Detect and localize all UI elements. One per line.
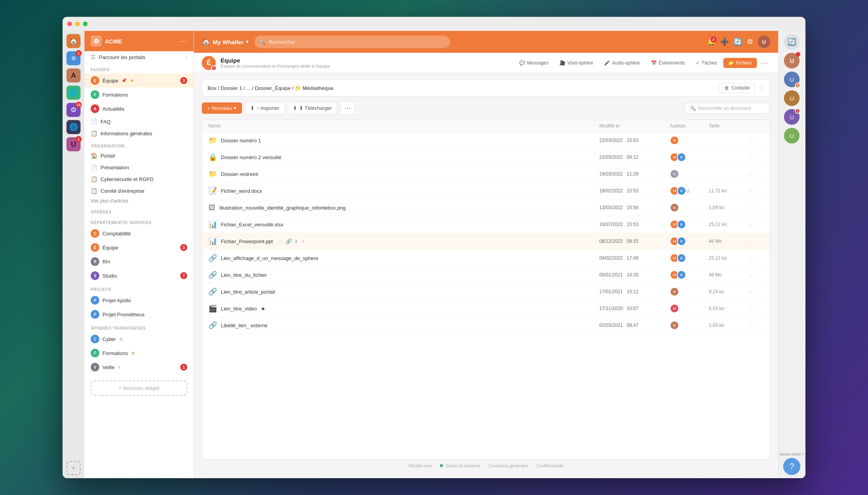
refresh-icon[interactable]: 🔄 — [733, 38, 742, 46]
nav-icon-5[interactable]: 🌐 — [66, 120, 81, 134]
table-row[interactable]: 📝 Fichier_word.docx 18/02/2022 15:53 U U… — [202, 183, 770, 199]
sidebar-item-veille[interactable]: V Veille # 1 — [84, 360, 194, 374]
sidebar-item-studio[interactable]: S Studio 7 — [84, 269, 194, 283]
portail-icon: 🏠 — [91, 152, 97, 159]
footer-whaller[interactable]: Whaller.com — [409, 463, 432, 468]
sidebar-item-equipe-dept[interactable]: É Équipe 3 — [84, 240, 194, 255]
sidebar-item-formations[interactable]: F Formations — [84, 88, 194, 102]
panel-refresh-icon[interactable]: 🔄 — [784, 34, 800, 50]
nav-icon-6[interactable]: U 1 — [66, 137, 81, 151]
doc-search-bar[interactable]: 🔍 Rechercher un document — [684, 103, 770, 114]
panel-avatar-4[interactable]: U 2 — [784, 109, 800, 125]
more-tabs-button[interactable]: ⋯ — [759, 59, 770, 67]
sidebar-item-faq[interactable]: 📄 FAQ — [84, 116, 194, 127]
sidebar-item-prometheus[interactable]: P Projet Prométheus — [84, 307, 194, 321]
table-row[interactable]: 📊 Fichier_Powerpoint.ppt ☆ 🔗 ⬇ ↗ 08/12/2… — [202, 233, 770, 250]
sidebar-menu-button[interactable]: ⋯ — [180, 37, 187, 45]
import-button[interactable]: ⬆ ↑ Importer — [245, 102, 285, 114]
table-row[interactable]: 🔗 Libellé_lien_ externe 02/03/2021 09:47… — [202, 317, 770, 334]
row-more-button[interactable]: ⋯ — [748, 288, 764, 296]
sidebar-item-cyber[interactable]: C Cyber ⊕ — [84, 332, 194, 346]
link-action-icon[interactable]: 🔗 — [285, 239, 292, 244]
row-more-button[interactable]: ⋯ — [748, 271, 764, 279]
more-options-button[interactable]: ⋯ — [340, 101, 355, 115]
row-more-button[interactable]: ⋯ — [748, 305, 764, 312]
panel-avatar-5[interactable]: U — [784, 128, 800, 143]
nav-icon-4[interactable]: ⚙ 14 — [66, 103, 81, 117]
table-row[interactable]: 📊 Fichier_Excel_verouillé.xlsx 10/07/202… — [202, 216, 770, 233]
table-row[interactable]: 📁 Dossier numéro 1 22/03/2022 15:53 U ⋯ — [202, 132, 770, 149]
browse-portals[interactable]: ☰ Parcourir les portails › — [84, 51, 194, 63]
sidebar-item-apollo[interactable]: P Projet Apollo — [84, 293, 194, 307]
tab-evenements[interactable]: 📅 Événements — [646, 58, 690, 68]
new-button[interactable]: + Nouveau ▾ — [202, 102, 242, 114]
user-avatar[interactable]: U — [758, 36, 770, 48]
trash-button[interactable]: 🗑 Corbeille — [719, 83, 755, 93]
settings-icon[interactable]: ⚙ — [747, 38, 753, 46]
bookmark-button[interactable]: ☆ — [758, 84, 764, 92]
add-icon[interactable]: ➕ — [720, 38, 729, 46]
see-more-link[interactable]: Voir plus d'articles — [84, 197, 194, 205]
tab-fichiers[interactable]: 📁 Fichiers — [723, 58, 757, 68]
apollo-avatar: P — [91, 296, 99, 305]
row-more-button[interactable]: ⋯ — [748, 322, 764, 329]
footer-conditions[interactable]: Conditions générales — [488, 463, 528, 468]
row-more-button[interactable]: ⋯ — [748, 204, 764, 212]
row-more-button[interactable]: ⋯ — [748, 187, 764, 195]
sidebar-item-portail[interactable]: 🏠 Portail — [84, 150, 194, 161]
table-row[interactable]: 🔗 Lien_titre_du_fichier 05/01/2021 14:26… — [202, 267, 770, 283]
row-more-button[interactable]: ⋯ — [748, 238, 764, 245]
sidebar-item-comptabilite[interactable]: C Comptabilité — [84, 226, 194, 240]
row-more-button[interactable]: ⋯ — [748, 170, 764, 178]
tab-messages[interactable]: 💬 Messages — [515, 58, 553, 68]
minimize-button[interactable] — [75, 22, 80, 26]
sidebar-header: ⚙ ACME ⋯ — [84, 31, 194, 51]
search-bar[interactable]: 🔍 Rechercher — [255, 36, 450, 48]
footer-confidentialite[interactable]: Confidentialité — [536, 463, 564, 468]
footer-status[interactable]: Statut du système — [440, 463, 480, 468]
new-widget-button[interactable]: + Nouveau widget — [91, 380, 187, 396]
file-date: 22/03/2022 15:53 — [599, 138, 670, 143]
maximize-button[interactable] — [83, 22, 88, 26]
breadcrumb-bar: Box / Dossier 1 / ... / Dossier_Équipe /… — [202, 79, 770, 97]
notification-icon[interactable]: 🔔 2 — [707, 38, 716, 46]
row-more-button[interactable]: ⋯ — [748, 137, 764, 144]
help-button[interactable]: ? — [783, 458, 800, 475]
sidebar-item-rh[interactable]: R RH — [84, 255, 194, 269]
nav-icon-3[interactable]: 🌐 — [66, 86, 81, 100]
add-workspace-button[interactable]: + — [66, 461, 81, 475]
folder-icon: 📁 — [208, 136, 217, 145]
sidebar-item-comite[interactable]: 📋 Comité d'entreprise — [84, 185, 194, 197]
table-row[interactable]: 🖼 Illustration_nouvelle_identité_graphiq… — [202, 199, 770, 216]
tab-audio[interactable]: 🎤 Audio-sphère — [599, 58, 644, 68]
transverses-section-label: SPHÈRES TRANSVERSES — [84, 321, 194, 332]
table-row[interactable]: 🔗 Lien_affichage_d_un_message_de_sphere … — [202, 250, 770, 267]
sidebar-item-infos[interactable]: 📋 Informations générales — [84, 127, 194, 139]
app-title[interactable]: 🏠 My Whaller ▾ — [202, 38, 248, 46]
row-more-button[interactable]: ⋯ — [748, 221, 764, 228]
panel-avatar-2[interactable]: U + — [784, 72, 800, 87]
nav-icon-2[interactable]: A — [66, 68, 81, 82]
close-button[interactable] — [67, 22, 72, 26]
tab-visio[interactable]: 🎥 Visio-sphère — [555, 58, 598, 68]
table-row[interactable]: 📁 Dossier restreint 19/03/2022 11:28 U ⋯ — [202, 166, 770, 183]
row-more-button[interactable]: ⋯ — [748, 154, 764, 161]
download-action-icon[interactable]: ⬇ — [294, 239, 298, 244]
table-row[interactable]: 🔗 Lien_titre_article_portail 17/01/2021 … — [202, 283, 770, 300]
avatar: U — [670, 169, 679, 179]
sidebar-item-equipe[interactable]: E Équipe 📌 ★ 3 — [84, 74, 194, 88]
share-action-icon[interactable]: ↗ — [301, 239, 305, 244]
nav-icon-1[interactable]: ⚙ 1 — [66, 51, 81, 65]
download-button[interactable]: ⬇ ⬇ Télécharger — [288, 102, 337, 114]
sidebar-item-presentation[interactable]: 📄 Présentation — [84, 161, 194, 173]
tab-taches[interactable]: ✓ Tâches — [691, 58, 721, 68]
row-more-button[interactable]: ⋯ — [748, 255, 764, 262]
table-row[interactable]: 🎬 Lien_titre_video ★ 17/11/2020 10:57 U … — [202, 300, 770, 317]
table-row[interactable]: 🔒 Dossier numéro 2 verouillé 22/03/2022 … — [202, 149, 770, 166]
panel-avatar-3[interactable]: U — [784, 90, 800, 106]
star-action-icon[interactable]: ☆ — [278, 239, 283, 244]
sidebar-item-formations-trans[interactable]: F Formations ★ — [84, 346, 194, 360]
sidebar-item-cybersecurite[interactable]: 📋 Cybersécurité et RGPD — [84, 173, 194, 185]
home-icon[interactable]: 🏠 — [66, 34, 81, 48]
sidebar-item-actualites[interactable]: A Actualités — [84, 102, 194, 116]
